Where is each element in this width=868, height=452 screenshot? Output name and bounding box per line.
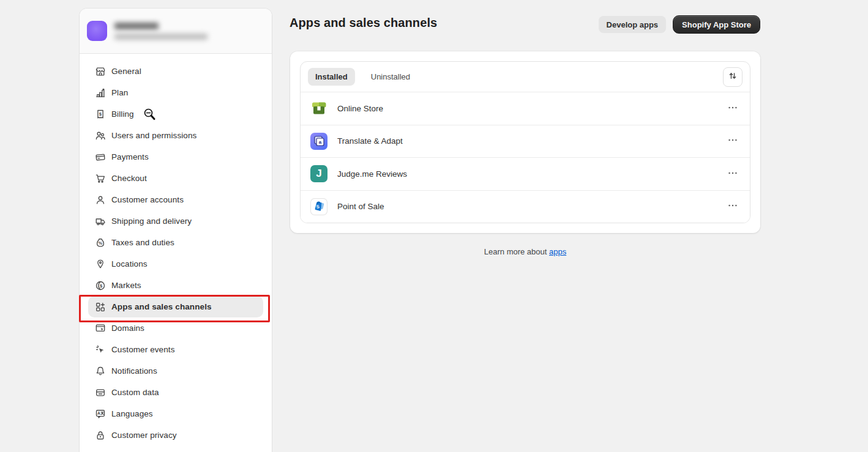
more-actions-icon xyxy=(727,168,738,180)
sidebar-item-label: Payments xyxy=(111,152,149,161)
more-actions-button[interactable] xyxy=(725,166,740,181)
sidebar-item-domains[interactable]: Domains xyxy=(88,317,263,339)
page-title: Apps and sales channels xyxy=(290,16,437,30)
sidebar-item-label: Users and permissions xyxy=(111,131,196,140)
sidebar-item-custom-data[interactable]: Custom data xyxy=(88,382,263,403)
apps-link[interactable]: apps xyxy=(549,247,566,256)
apps-grid-icon xyxy=(94,301,107,313)
sidebar-item-label: Markets xyxy=(111,281,141,290)
sidebar-item-label: Billing xyxy=(111,109,134,119)
storefront-icon xyxy=(94,65,107,78)
sort-button[interactable] xyxy=(723,67,743,87)
judgeme-icon: J xyxy=(310,165,327,182)
sidebar-item-plan[interactable]: Plan xyxy=(88,82,263,103)
sidebar-item-label: Custom data xyxy=(111,388,159,397)
tab-installed[interactable]: Installed xyxy=(308,68,355,86)
app-row-judgeme-reviews[interactable]: J Judge.me Reviews xyxy=(301,157,750,190)
more-actions-button[interactable] xyxy=(725,134,740,149)
more-actions-button[interactable] xyxy=(725,101,740,116)
svg-text:%: % xyxy=(99,240,103,246)
sidebar-item-label: Locations xyxy=(111,259,148,269)
store-avatar xyxy=(87,21,107,41)
store-meta xyxy=(114,23,208,40)
map-pin-icon xyxy=(94,258,107,270)
settings-page: General Plan $ Billing Users and permiss… xyxy=(0,0,868,452)
app-row-point-of-sale[interactable]: S Point of Sale xyxy=(301,190,750,223)
lock-icon xyxy=(94,429,107,442)
sidebar-item-customer-events[interactable]: Customer events xyxy=(88,339,263,360)
users-icon xyxy=(94,130,107,142)
data-box-icon xyxy=(94,387,107,399)
app-name: Point of Sale xyxy=(337,202,384,211)
sidebar-item-customer-accounts[interactable]: Customer accounts xyxy=(88,189,263,210)
sidebar-item-payments[interactable]: Payments xyxy=(88,146,263,168)
translate-adapt-icon: a xyxy=(310,133,327,150)
sidebar-item-label: Customer privacy xyxy=(111,431,177,440)
tax-bag-icon: % xyxy=(94,237,107,249)
truck-icon xyxy=(94,215,107,228)
point-of-sale-icon: S xyxy=(310,198,327,215)
more-actions-icon xyxy=(727,200,738,213)
sidebar-item-label: Taxes and duties xyxy=(111,238,174,247)
sidebar-item-label: Customer events xyxy=(111,345,175,354)
more-actions-icon xyxy=(727,135,738,147)
svg-text:$: $ xyxy=(99,111,102,116)
header-actions: Develop apps Shopify App Store xyxy=(599,15,760,34)
sidebar-item-label: Notifications xyxy=(111,366,157,376)
sidebar-item-taxes-duties[interactable]: % Taxes and duties xyxy=(88,232,263,253)
sidebar-item-label: Customer accounts xyxy=(111,195,184,204)
sidebar-item-billing[interactable]: $ Billing xyxy=(88,103,263,125)
bell-icon xyxy=(94,365,107,377)
sidebar-item-languages[interactable]: A Languages xyxy=(88,403,263,424)
svg-text:$: $ xyxy=(100,283,103,288)
app-name: Translate & Adapt xyxy=(337,136,403,146)
settings-nav: General Plan $ Billing Users and permiss… xyxy=(80,54,272,446)
sidebar-item-markets[interactable]: $ Markets xyxy=(88,275,263,296)
apps-card: Installed Uninstalled Online Store xyxy=(290,51,760,233)
learn-more-text: Learn more about xyxy=(484,247,549,256)
sidebar-item-locations[interactable]: Locations xyxy=(88,253,263,275)
sidebar-item-notifications[interactable]: Notifications xyxy=(88,360,263,382)
store-switcher[interactable] xyxy=(80,9,272,54)
language-bubble-icon: A xyxy=(94,408,107,420)
cursor-sparkle-icon xyxy=(94,344,107,356)
checkout-cart-icon xyxy=(94,172,107,185)
sidebar-item-label: Plan xyxy=(111,88,128,97)
learn-more-note: Learn more about apps xyxy=(290,247,760,256)
app-name: Online Store xyxy=(337,104,383,113)
shopify-app-store-button[interactable]: Shopify App Store xyxy=(673,15,760,34)
sidebar-item-label: Languages xyxy=(111,409,153,418)
sort-arrows-icon xyxy=(727,70,738,83)
develop-apps-button[interactable]: Develop apps xyxy=(599,16,667,33)
payments-card-icon xyxy=(94,151,107,163)
sidebar-item-label: Checkout xyxy=(111,174,147,183)
sidebar-item-general[interactable]: General xyxy=(88,61,263,82)
more-actions-icon xyxy=(727,102,738,115)
sidebar-item-users-permissions[interactable]: Users and permissions xyxy=(88,125,263,146)
plan-chart-icon xyxy=(94,87,107,99)
svg-text:S: S xyxy=(316,204,320,209)
app-name: Judge.me Reviews xyxy=(337,169,407,179)
more-actions-button[interactable] xyxy=(725,199,740,214)
app-row-translate-adapt[interactable]: a Translate & Adapt xyxy=(301,125,750,158)
store-email-redacted xyxy=(114,34,208,40)
sidebar-item-apps-sales-channels[interactable]: Apps and sales channels xyxy=(88,296,263,317)
app-row-online-store[interactable]: Online Store xyxy=(301,92,750,125)
domains-window-icon xyxy=(94,322,107,335)
online-store-icon xyxy=(310,100,327,117)
person-icon xyxy=(94,194,107,206)
sidebar-item-customer-privacy[interactable]: Customer privacy xyxy=(88,424,263,446)
apps-tabs-row: Installed Uninstalled xyxy=(301,62,750,92)
billing-receipt-icon: $ xyxy=(94,108,107,120)
tab-uninstalled[interactable]: Uninstalled xyxy=(364,68,417,86)
sidebar-item-checkout[interactable]: Checkout xyxy=(88,168,263,189)
svg-text:A: A xyxy=(97,411,100,415)
svg-text:a: a xyxy=(319,139,322,144)
apps-list-panel: Installed Uninstalled Online Store xyxy=(300,61,750,223)
sidebar-item-label: Shipping and delivery xyxy=(111,217,192,226)
sidebar-item-label: Apps and sales channels xyxy=(111,302,212,311)
sidebar-item-label: General xyxy=(111,67,141,76)
globe-dollar-icon: $ xyxy=(94,280,107,292)
store-name-redacted xyxy=(114,23,159,29)
sidebar-item-shipping-delivery[interactable]: Shipping and delivery xyxy=(88,210,263,232)
